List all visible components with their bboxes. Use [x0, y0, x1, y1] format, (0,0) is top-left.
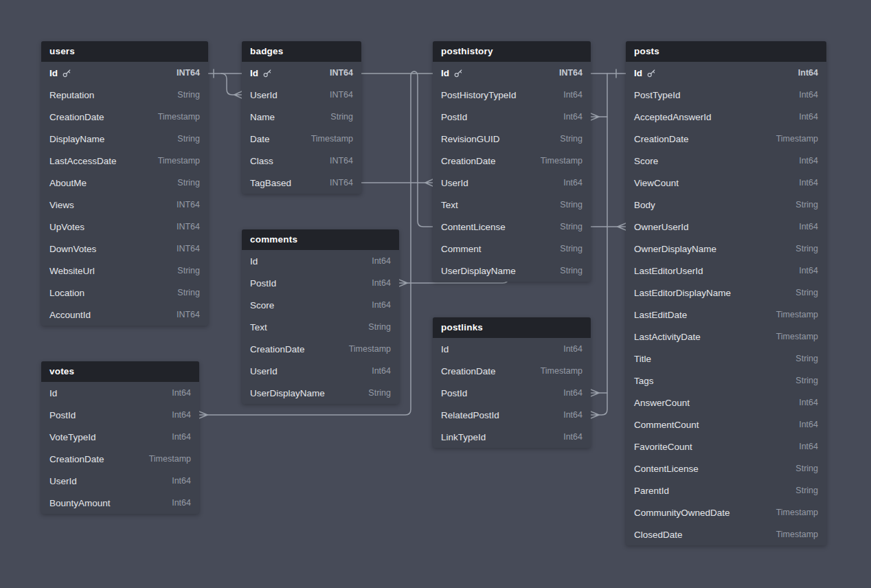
field-type: Int64 — [372, 300, 391, 310]
table-card-votes[interactable]: votesIdInt64PostIdInt64VoteTypeIdInt64Cr… — [41, 361, 199, 514]
field-name: LastEditorDisplayName — [634, 288, 731, 298]
field-name: Reputation — [49, 90, 94, 100]
field-type: String — [177, 90, 200, 100]
field-name: AccountId — [49, 310, 91, 320]
field-type: String — [330, 112, 353, 122]
field-type: Int64 — [799, 156, 818, 166]
field-type: INT64 — [177, 222, 200, 231]
field-type: String — [560, 266, 582, 275]
field-name: FavoriteCount — [634, 442, 692, 452]
table-card-posts[interactable]: postsIdInt64PostTypeIdInt64AcceptedAnswe… — [626, 41, 826, 545]
field-type: Int64 — [563, 410, 582, 420]
field-type: Int64 — [172, 410, 191, 420]
table-card-postlinks[interactable]: postlinksIdInt64CreationDateTimestampPos… — [433, 317, 591, 448]
field-type: Int64 — [563, 112, 582, 122]
field-type: Timestamp — [541, 156, 582, 166]
field-name: LastAccessDate — [49, 156, 117, 166]
table-title: badges — [242, 41, 361, 62]
field-type: Int64 — [563, 178, 582, 188]
field-name: Class — [250, 156, 273, 166]
field-name: UserId — [250, 366, 278, 376]
field-type: String — [560, 244, 582, 253]
field-name: CommunityOwnedDate — [634, 508, 730, 518]
field-row: TagBasedINT64 — [242, 172, 361, 194]
table-card-posthistory[interactable]: posthistoryIdINT64PostHistoryTypeIdInt64… — [433, 41, 591, 282]
field-type: INT64 — [330, 178, 353, 188]
field-row: CreationDateTimestamp — [242, 338, 399, 360]
field-row: ClassINT64 — [242, 150, 361, 172]
primary-key-icon — [263, 69, 272, 78]
field-type: Timestamp — [776, 310, 818, 319]
field-type: String — [177, 178, 200, 188]
field-row: CommentCountInt64 — [626, 414, 826, 436]
field-name: Body — [634, 200, 655, 210]
field-type: Timestamp — [149, 454, 191, 464]
field-name: PostId — [49, 410, 76, 420]
field-name: PostHistoryTypeId — [441, 90, 517, 100]
field-name: UserId — [441, 178, 468, 188]
table-card-comments[interactable]: commentsIdInt64PostIdInt64ScoreInt64Text… — [242, 229, 399, 404]
field-row: PostIdInt64 — [41, 404, 199, 426]
field-name: DownVotes — [49, 244, 96, 254]
field-name: AcceptedAnswerId — [634, 112, 712, 122]
field-type: INT64 — [177, 68, 200, 78]
field-row: LocationString — [41, 282, 208, 304]
field-type: Int64 — [563, 432, 582, 442]
table-title: posthistory — [433, 41, 591, 62]
field-name: CreationDate — [49, 112, 104, 122]
field-type: INT64 — [177, 244, 200, 253]
field-row: CreationDateTimestamp — [433, 360, 591, 382]
field-row: IdINT64 — [242, 62, 361, 84]
field-name: Score — [250, 300, 274, 310]
field-name: UserDisplayName — [250, 388, 325, 398]
field-name: ParentId — [634, 486, 669, 496]
field-type: Int64 — [563, 388, 582, 398]
field-row: OwnerDisplayNameString — [626, 238, 826, 260]
field-name: Location — [49, 288, 84, 298]
field-name: ViewCount — [634, 178, 679, 188]
field-type: String — [795, 288, 818, 297]
field-row: LastEditorUserIdInt64 — [626, 260, 826, 282]
field-name: OwnerDisplayName — [634, 244, 716, 254]
field-type: Int64 — [799, 266, 818, 275]
field-row: IdInt64 — [433, 338, 591, 360]
field-type: Int64 — [172, 388, 191, 398]
field-name: TagBased — [250, 178, 291, 188]
field-row: DisplayNameString — [41, 128, 208, 150]
field-name: RelatedPostId — [441, 410, 499, 420]
field-row: CreationDateTimestamp — [41, 448, 199, 470]
table-title: votes — [41, 361, 199, 382]
field-name: CreationDate — [250, 344, 305, 354]
field-row: CreationDateTimestamp — [626, 128, 826, 150]
field-row: DownVotesINT64 — [41, 238, 208, 260]
field-type: String — [368, 322, 391, 332]
field-row: OwnerUserIdInt64 — [626, 216, 826, 238]
field-type: INT64 — [330, 90, 353, 100]
table-card-users[interactable]: usersIdINT64ReputationStringCreationDate… — [41, 41, 208, 326]
field-row: UserIdInt64 — [242, 360, 399, 382]
field-type: String — [560, 134, 582, 144]
field-row: ScoreInt64 — [242, 294, 399, 316]
er-diagram-canvas: usersIdINT64ReputationStringCreationDate… — [0, 0, 871, 588]
field-name: AboutMe — [49, 178, 87, 188]
field-row: LastActivityDateTimestamp — [626, 326, 826, 348]
table-card-badges[interactable]: badgesIdINT64UserIdINT64NameStringDateTi… — [242, 41, 361, 194]
field-type: Int64 — [799, 90, 818, 100]
field-name: LinkTypeId — [441, 432, 486, 442]
field-row: IdINT64 — [433, 62, 591, 84]
field-name: PostId — [250, 278, 276, 289]
field-row: FavoriteCountInt64 — [626, 436, 826, 457]
field-type: Int64 — [799, 398, 818, 407]
field-name: Id — [441, 68, 449, 78]
field-type: INT64 — [330, 156, 353, 166]
field-type: Timestamp — [541, 366, 582, 376]
field-type: Int64 — [799, 178, 818, 188]
field-type: Timestamp — [349, 344, 391, 354]
field-name: PostId — [441, 388, 467, 398]
field-name: BountyAmount — [49, 498, 111, 508]
field-row: ViewsINT64 — [41, 194, 208, 216]
field-name: PostId — [441, 112, 467, 122]
field-name: CreationDate — [441, 156, 496, 166]
field-row: IdInt64 — [626, 62, 826, 84]
field-type: INT64 — [330, 68, 353, 78]
